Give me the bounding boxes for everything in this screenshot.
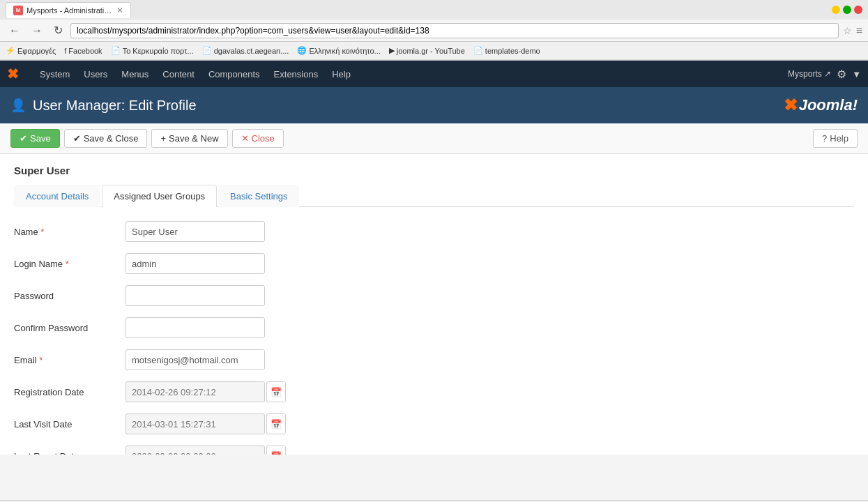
save-new-button[interactable]: + Save & New bbox=[151, 129, 227, 148]
last-visit-date-input-group: 📅 bbox=[125, 413, 286, 434]
email-field-group: Email bbox=[14, 349, 502, 370]
gear-icon[interactable]: ⚙ bbox=[837, 68, 846, 81]
browser-tab[interactable]: M Mysports - Administratio... ✕ bbox=[6, 2, 131, 18]
email-label: Email bbox=[14, 355, 125, 365]
last-visit-date-calendar-button[interactable]: 📅 bbox=[266, 413, 286, 434]
joomla-admin: ✖ System Users Menus Content Components … bbox=[0, 61, 868, 500]
password-label: Password bbox=[14, 291, 125, 301]
joomla-topbar-logo: ✖ bbox=[7, 66, 19, 82]
user-dropdown[interactable]: ▼ bbox=[852, 69, 861, 79]
name-field-group: Name bbox=[14, 221, 502, 242]
confirm-password-label: Confirm Password bbox=[14, 323, 125, 333]
section-title: Super User bbox=[14, 165, 854, 176]
minimize-button[interactable] bbox=[832, 6, 840, 14]
nav-help[interactable]: Help bbox=[325, 61, 358, 87]
email-input[interactable] bbox=[125, 349, 265, 370]
bookmark-templates[interactable]: 📄 templates-demo bbox=[473, 46, 540, 55]
joomla-logo-x: ✖ bbox=[784, 96, 798, 115]
last-reset-date-field-group: Last Reset Date 📅 bbox=[14, 446, 502, 455]
login-name-field-group: Login Name bbox=[14, 253, 502, 274]
tab-close-button[interactable]: ✕ bbox=[116, 6, 123, 15]
help-button[interactable]: ? Help bbox=[813, 129, 858, 148]
name-label: Name bbox=[14, 227, 125, 237]
content-area: Super User Account Details Assigned User… bbox=[0, 154, 868, 455]
forward-button[interactable]: → bbox=[28, 23, 46, 38]
content-scroll-area[interactable]: Super User Account Details Assigned User… bbox=[0, 154, 868, 455]
browser-titlebar: M Mysports - Administratio... ✕ bbox=[0, 0, 868, 20]
browser-toolbar: ← → ↻ ☆ ≡ bbox=[0, 20, 868, 42]
password-input[interactable] bbox=[125, 285, 265, 306]
registration-date-field-group: Registration Date 📅 bbox=[14, 381, 502, 402]
bookmark-kerkyraio[interactable]: 📄 Το Κερκυραίο πορτ... bbox=[111, 46, 194, 55]
name-input[interactable] bbox=[125, 221, 265, 242]
last-visit-date-label: Last Visit Date bbox=[14, 419, 125, 429]
last-reset-date-label: Last Reset Date bbox=[14, 451, 125, 455]
bookmarks-bar: ⚡ Εφαρμογές f Facebook 📄 Το Κερκυραίο πο… bbox=[0, 42, 868, 60]
last-reset-date-input[interactable] bbox=[125, 446, 265, 455]
back-button[interactable]: ← bbox=[6, 23, 24, 38]
bookmark-elliniki[interactable]: 🌐 Ελληνική κοινότητο... bbox=[297, 46, 380, 55]
close-icon: ✕ bbox=[241, 133, 249, 144]
last-reset-date-calendar-button[interactable]: 📅 bbox=[266, 446, 286, 455]
registration-date-calendar-button[interactable]: 📅 bbox=[266, 381, 286, 402]
tab-favicon: M bbox=[13, 6, 23, 15]
user-manager-icon: 👤 bbox=[10, 98, 26, 113]
confirm-password-field-group: Confirm Password bbox=[14, 317, 502, 338]
bookmark-facebook[interactable]: f Facebook bbox=[64, 47, 102, 55]
form-container: Name Login Name Password Confirm Passwor… bbox=[14, 221, 502, 455]
save-button[interactable]: ✔ Save bbox=[10, 129, 60, 148]
site-link[interactable]: Mysports ↗ bbox=[788, 69, 831, 79]
close-button[interactable]: ✕ Close bbox=[232, 129, 284, 148]
page-title: User Manager: Edit Profile bbox=[33, 98, 784, 114]
bookmark-joomlagr[interactable]: ▶ joomla.gr - YouTube bbox=[389, 46, 465, 55]
admin-navigation: System Users Menus Content Components Ex… bbox=[33, 61, 788, 87]
save-close-button[interactable]: ✔ Save & Close bbox=[64, 129, 148, 148]
save-new-icon: + bbox=[160, 133, 166, 144]
bookmark-apps[interactable]: ⚡ Εφαρμογές bbox=[6, 46, 56, 55]
confirm-password-input[interactable] bbox=[125, 317, 265, 338]
tab-account-details[interactable]: Account Details bbox=[14, 185, 100, 207]
registration-date-input[interactable] bbox=[125, 381, 265, 402]
last-reset-date-input-group: 📅 bbox=[125, 446, 286, 455]
tab-assigned-user-groups[interactable]: Assigned User Groups bbox=[102, 185, 217, 207]
save-close-icon: ✔ bbox=[73, 133, 81, 144]
toolbar: ✔ Save ✔ Save & Close + Save & New ✕ Clo… bbox=[0, 123, 868, 154]
nav-users[interactable]: Users bbox=[77, 61, 114, 87]
admin-topbar: ✖ System Users Menus Content Components … bbox=[0, 61, 868, 87]
save-icon: ✔ bbox=[20, 133, 27, 144]
joomla-x-logo-icon: ✖ bbox=[7, 66, 19, 82]
last-visit-date-input[interactable] bbox=[125, 413, 265, 434]
registration-date-label: Registration Date bbox=[14, 387, 125, 397]
page-header: 👤 User Manager: Edit Profile ✖ Joomla! bbox=[0, 87, 868, 123]
registration-date-input-group: 📅 bbox=[125, 381, 286, 402]
reload-button[interactable]: ↻ bbox=[50, 22, 66, 38]
nav-extensions[interactable]: Extensions bbox=[267, 61, 326, 87]
joomla-logo-text: Joomla! bbox=[799, 96, 858, 114]
nav-menus[interactable]: Menus bbox=[114, 61, 155, 87]
tab-label: Mysports - Administratio... bbox=[26, 6, 112, 15]
close-window-button[interactable] bbox=[854, 6, 862, 14]
help-icon: ? bbox=[822, 133, 827, 144]
tab-basic-settings[interactable]: Basic Settings bbox=[218, 185, 299, 207]
login-name-label: Login Name bbox=[14, 259, 125, 269]
tabs-container: Account Details Assigned User Groups Bas… bbox=[14, 185, 854, 207]
nav-system[interactable]: System bbox=[33, 61, 77, 87]
password-field-group: Password bbox=[14, 285, 502, 306]
nav-components[interactable]: Components bbox=[201, 61, 267, 87]
last-visit-date-field-group: Last Visit Date 📅 bbox=[14, 413, 502, 434]
browser-menu-button[interactable]: ≡ bbox=[856, 24, 862, 37]
bookmark-star[interactable]: ☆ bbox=[843, 25, 852, 36]
bookmark-dgavalas[interactable]: 📄 dgavalas.ct.aegean.... bbox=[202, 46, 289, 55]
window-controls bbox=[832, 6, 862, 14]
login-name-input[interactable] bbox=[125, 253, 265, 274]
joomla-logo: ✖ Joomla! bbox=[784, 96, 858, 115]
address-bar[interactable] bbox=[70, 23, 839, 38]
nav-content[interactable]: Content bbox=[155, 61, 201, 87]
maximize-button[interactable] bbox=[843, 6, 851, 14]
topbar-right: Mysports ↗ ⚙ ▼ bbox=[788, 68, 861, 81]
